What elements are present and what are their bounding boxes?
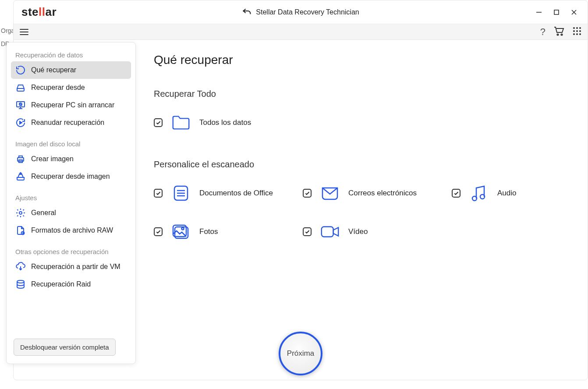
svg-point-4	[557, 34, 558, 35]
gear-icon	[15, 208, 26, 218]
option-video: Vídeo	[303, 221, 434, 242]
sidebar-section-title: Otras opciones de recuperación	[11, 244, 131, 258]
sidebar-item-label: Recuperar desde imagen	[31, 173, 110, 180]
app-title: Stellar Data Recovery Technician	[256, 8, 359, 16]
checkbox-emails[interactable]	[303, 189, 312, 198]
sidebar-item-recover-noboot[interactable]: Recuperar PC sin arrancar	[11, 96, 131, 114]
apps-grid-icon[interactable]	[573, 27, 581, 37]
option-label: Correos electrónicos	[348, 189, 417, 198]
title-center: Stellar Data Recovery Technician	[242, 7, 359, 17]
sidebar-item-label: Crear imagen	[31, 155, 74, 163]
svg-point-7	[576, 27, 578, 29]
svg-point-12	[573, 33, 575, 35]
close-button[interactable]	[571, 9, 577, 15]
sidebar-item-vm-recovery[interactable]: Recuperación a partir de VM	[11, 258, 131, 276]
drive-image-icon	[15, 171, 26, 182]
checkbox-all-data[interactable]	[154, 118, 163, 127]
svg-point-10	[576, 30, 578, 32]
logo-text: ar	[46, 5, 57, 18]
checkbox-audio[interactable]	[452, 189, 460, 198]
sidebar-item-general[interactable]: General	[11, 204, 131, 222]
minimize-button[interactable]	[536, 9, 542, 15]
envelope-icon	[319, 183, 340, 204]
option-all-data: Todos los datos	[154, 112, 285, 133]
app-logo: stellar	[21, 5, 57, 19]
sidebar-section-title: Ajustes	[11, 191, 131, 204]
sidebar-item-label: Recuperación a partir de VM	[31, 263, 120, 271]
section-title-all: Recuperar Todo	[154, 89, 574, 99]
sidebar-panel: Recuperación de datos Qué recuperar Recu…	[6, 42, 136, 364]
titlebar: stellar Stellar Data Recovery Technician	[14, 0, 588, 24]
svg-point-5	[561, 34, 562, 35]
sidebar-item-label: Qué recuperar	[31, 66, 76, 74]
help-icon[interactable]: ?	[540, 26, 545, 38]
sidebar-item-label: Recuperar PC sin arrancar	[31, 101, 114, 109]
sidebar-section-title: Imagen del disco local	[11, 137, 131, 150]
svg-point-13	[576, 33, 578, 35]
restore-icon	[15, 65, 26, 75]
option-audio: Audio	[452, 183, 539, 204]
body-area: Recuperación de datos Qué recuperar Recu…	[14, 40, 588, 380]
svg-point-14	[579, 33, 581, 35]
sidebar-item-resume[interactable]: Reanudar recuperación	[11, 114, 131, 131]
sidebar-item-recover-from[interactable]: Recuperar desde	[11, 79, 131, 96]
logo-text-accent: ll	[39, 5, 45, 18]
section-title-custom: Personalice el escaneado	[154, 159, 574, 170]
sidebar-item-label: Reanudar recuperación	[31, 119, 104, 127]
sidebar-item-recover-from-image[interactable]: Recuperar desde imagen	[11, 168, 131, 185]
option-label: Fotos	[199, 227, 218, 236]
document-icon	[170, 183, 191, 204]
cart-icon[interactable]	[553, 26, 565, 38]
photo-icon	[170, 221, 191, 242]
next-button[interactable]: Próxima	[279, 332, 322, 375]
drive-icon	[15, 82, 26, 93]
sidebar-item-raw-formats[interactable]: Formatos de archivo RAW	[11, 222, 131, 239]
folder-icon	[170, 112, 191, 133]
checkbox-video[interactable]	[303, 227, 312, 236]
menu-button[interactable]	[20, 27, 28, 37]
monitor-icon	[15, 100, 26, 110]
undo-icon[interactable]	[242, 7, 251, 17]
svg-point-6	[573, 27, 575, 29]
raid-icon	[15, 279, 26, 290]
logo-text: ste	[21, 5, 39, 18]
svg-point-9	[573, 30, 575, 32]
option-photos: Fotos	[154, 221, 285, 242]
unlock-full-version-button[interactable]: Desbloquear versión completa	[14, 339, 116, 356]
svg-point-11	[579, 30, 581, 32]
sidebar-item-create-image[interactable]: Crear imagen	[11, 150, 131, 168]
svg-point-8	[579, 27, 581, 29]
option-label: Todos los datos	[199, 118, 251, 127]
cloud-icon	[15, 262, 26, 272]
svg-point-22	[17, 280, 24, 283]
printer-icon	[15, 154, 26, 164]
page-title: Qué recuperar	[154, 53, 574, 67]
toolbar: ?	[14, 24, 588, 40]
sidebar-item-label: Formatos de archivo RAW	[31, 226, 113, 234]
sidebar-item-raid-recovery[interactable]: Recuperación Raid	[11, 276, 131, 293]
main-content: Qué recuperar Recuperar Todo Todos los d…	[154, 53, 574, 260]
option-emails: Correos electrónicos	[303, 183, 434, 204]
option-office: Documentos de Office	[154, 183, 285, 204]
video-icon	[319, 221, 340, 242]
sidebar-item-what-recover[interactable]: Qué recuperar	[11, 61, 131, 79]
resume-icon	[15, 117, 26, 128]
checkbox-office[interactable]	[154, 189, 163, 198]
sidebar-section-title: Recuperación de datos	[11, 48, 131, 61]
option-label: Vídeo	[348, 227, 368, 236]
checkbox-photos[interactable]	[154, 227, 163, 236]
option-label: Audio	[497, 189, 516, 198]
option-label: Documentos de Office	[199, 189, 273, 198]
window-controls	[536, 0, 583, 24]
sidebar-item-label: Recuperación Raid	[31, 280, 91, 288]
svg-point-31	[182, 228, 184, 230]
app-window: stellar Stellar Data Recovery Technician…	[13, 0, 588, 380]
sidebar-item-label: General	[31, 209, 56, 217]
svg-rect-1	[554, 10, 559, 14]
file-icon	[15, 225, 26, 236]
maximize-button[interactable]	[553, 9, 560, 15]
music-note-icon	[468, 183, 489, 204]
sidebar-item-label: Recuperar desde	[31, 84, 85, 92]
svg-point-20	[19, 212, 22, 214]
svg-rect-32	[322, 226, 333, 237]
